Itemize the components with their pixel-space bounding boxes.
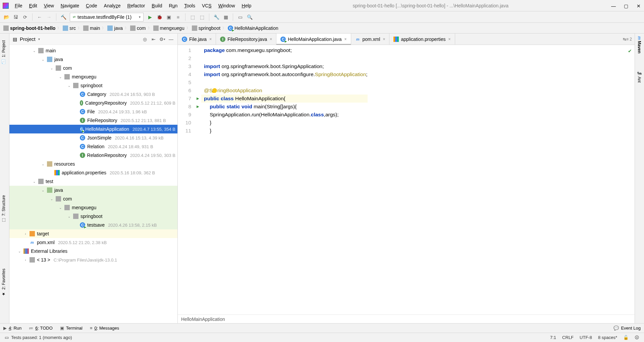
layout-icon[interactable]: ▭ [237,14,243,20]
debug-icon[interactable]: 🐞 [156,14,162,20]
window-title: spring-boot-01-hello [...\spring-boot-01… [255,3,606,8]
editor-breadcrumb[interactable]: HelloMainApplication [178,315,635,323]
toolwin-messages[interactable]: ≡0: Messages [90,326,119,331]
menu-refactor[interactable]: Refactor [124,2,148,10]
menu-edit[interactable]: Edit [26,2,40,10]
hide-icon[interactable]: — [168,36,174,42]
menu-file[interactable]: File [12,2,25,10]
close-icon[interactable]: × [448,37,451,42]
profile-icon[interactable]: ⬚ [190,14,196,20]
menu-analyze[interactable]: Analyze [101,2,123,10]
node-filerepo: IFileRepository2020.5.12 21:13, 881 B [9,116,177,125]
toolwin-todo[interactable]: ≔6: TODO [29,326,53,331]
inspection-profile-icon[interactable]: ☹ [635,335,639,340]
crumb-src[interactable]: src [63,25,76,31]
target-icon[interactable]: ◎ [142,36,148,42]
node-main: ⌄main [9,46,177,55]
status-rect-icon[interactable]: ▭ [5,335,9,340]
editor-panel: CFile.java× IFileRepository.java× CHello… [178,34,635,323]
menu-build[interactable]: Build [149,2,165,10]
tab-filerepo-java[interactable]: IFileRepository.java× [216,34,276,45]
menu-vcs[interactable]: VCS [199,2,214,10]
status-message: Tests passed: 1 (moments ago) [11,335,72,340]
search-icon[interactable]: 🔍 [247,14,253,20]
menu-navigate[interactable]: Navigate [58,2,82,10]
split-indicator[interactable]: ↹≡ 2 [623,37,632,42]
toolwin-run[interactable]: ▶4: Run [3,326,21,331]
node-resources: ⌄resources [9,160,177,168]
node-test-java: ⌄java [9,186,177,194]
tab-hellomain-java[interactable]: CHelloMainApplication.java× [276,34,351,45]
editor[interactable]: ✔ 1234567891011 ▶ ▶ package com.mengxueg… [178,45,635,315]
toolwin-terminal[interactable]: ▣Terminal [60,326,83,331]
menu-help[interactable]: Help [239,2,254,10]
tab-pom-xml[interactable]: mpom.xml× [351,34,390,45]
project-tree[interactable]: ⌄main ⌄java ⌄com ⌄mengxuegu ⌄springboot … [9,45,177,323]
menu-tools[interactable]: Tools [181,2,198,10]
forward-icon[interactable]: → [46,14,52,20]
lock-icon[interactable]: 🔓 [623,335,629,340]
refresh-icon[interactable]: ⟳ [22,14,28,20]
run-config-label: testsave.testfindByFile (1) [77,14,131,20]
minimize-button[interactable]: — [611,3,616,8]
open-icon[interactable]: 📂 [3,14,9,20]
node-test-com: ⌄com [9,194,177,203]
node-jsonsimple: CJsonSimple2020.4.16 15:13, 4.39 kB [9,133,177,142]
caret-pos[interactable]: 7:1 [550,335,556,340]
project-structure-icon[interactable]: ▦ [223,14,229,20]
tab-project[interactable]: 📄1: Project [1,40,6,64]
back-icon[interactable]: ← [37,14,43,20]
node-appprops: application.properties2020.5.16 18:09, 3… [9,168,177,177]
project-header[interactable]: ▤Project▾ ◎ ⇤ ⚙▾ — [9,34,177,45]
wrench-icon[interactable]: 🔧 [213,14,219,20]
crumb-main[interactable]: main [83,25,100,31]
node-test-mengxuegu: ⌄mengxuegu [9,203,177,212]
gear-icon[interactable]: ⚙▾ [159,36,165,42]
close-icon[interactable]: × [383,37,385,42]
tab-ant[interactable]: 🐜 Ant [637,70,642,82]
attach-icon[interactable]: ⬚ [199,14,205,20]
crumb-springboot[interactable]: springboot [192,25,220,31]
chevron-down-icon: ▾ [139,15,141,19]
collapse-icon[interactable]: ⇤ [151,36,157,42]
line-sep[interactable]: CRLF [562,335,574,340]
close-button[interactable]: ✕ [637,3,641,8]
menu-code[interactable]: Code [83,2,100,10]
close-icon[interactable]: × [270,37,272,42]
run-line-icon[interactable]: ▶ [195,95,201,103]
run-coverage-icon[interactable]: ▣ [166,14,172,20]
run-line-icon[interactable]: ▶ [195,103,201,111]
crumb-project[interactable]: spring-boot-01-hello [3,25,55,31]
menu-run[interactable]: Run [166,2,180,10]
crumb-com[interactable]: com [130,25,146,31]
encoding[interactable]: UTF-8 [580,335,592,340]
code-area[interactable]: package com.mengxuegu.springboot; import… [201,45,368,315]
tab-maven[interactable]: m Maven [637,36,642,53]
node-pom: mpom.xml2020.5.12 21:20, 2.38 kB [9,238,177,247]
crumb-java[interactable]: java [107,25,123,31]
close-icon[interactable]: × [209,37,212,42]
run-config-selector[interactable]: ⇄ testsave.testfindByFile (1) ▾ [70,13,144,21]
node-com: ⌄com [9,64,177,72]
menu-window[interactable]: Window [216,2,238,10]
stop-icon[interactable]: ■ [175,14,181,20]
crumb-file[interactable]: CHelloMainApplication [228,25,278,31]
node-jdk: ›< 13 >C:\Program Files\Java\jdk-13.0.1 [9,255,177,264]
test-arrows-icon: ⇄ [73,15,75,19]
toolwin-eventlog[interactable]: 💬Event Log [613,326,641,331]
maximize-button[interactable]: ▢ [624,3,629,8]
node-test: ⌄test [9,177,177,186]
right-tool-gutter: m Maven 🐜 Ant [635,34,644,323]
run-icon[interactable]: ▶ [147,14,153,20]
tab-app-props[interactable]: application.properties× [389,34,455,45]
menu-view[interactable]: View [41,2,57,10]
indent[interactable]: 8 spaces* [598,335,617,340]
crumb-mengxuegu[interactable]: mengxuegu [153,25,184,31]
save-icon[interactable]: 🖫 [13,14,19,20]
tab-structure[interactable]: ⬚7: Structure [1,195,6,223]
tab-file-java[interactable]: CFile.java× [178,34,216,45]
close-icon[interactable]: × [344,37,347,42]
tab-favorites[interactable]: ★2: Favorites [1,269,6,296]
build-icon[interactable]: 🔨 [60,14,66,20]
intention-bulb-icon[interactable] [212,88,217,93]
